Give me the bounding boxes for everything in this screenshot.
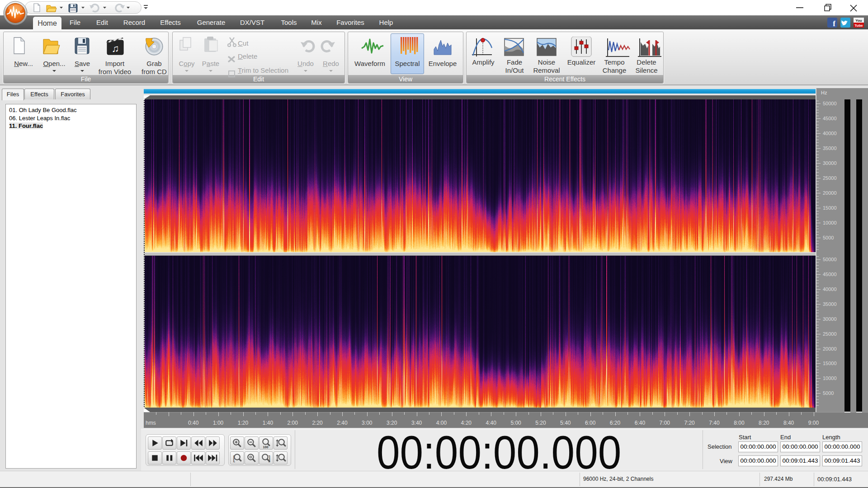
svg-text:You: You [855,19,862,23]
svg-text:f: f [833,19,835,28]
svg-text:♫: ♫ [112,43,119,54]
svg-text:]: ] [269,454,271,463]
svg-text:Tube: Tube [854,23,863,28]
svg-text:100: 100 [263,445,268,449]
